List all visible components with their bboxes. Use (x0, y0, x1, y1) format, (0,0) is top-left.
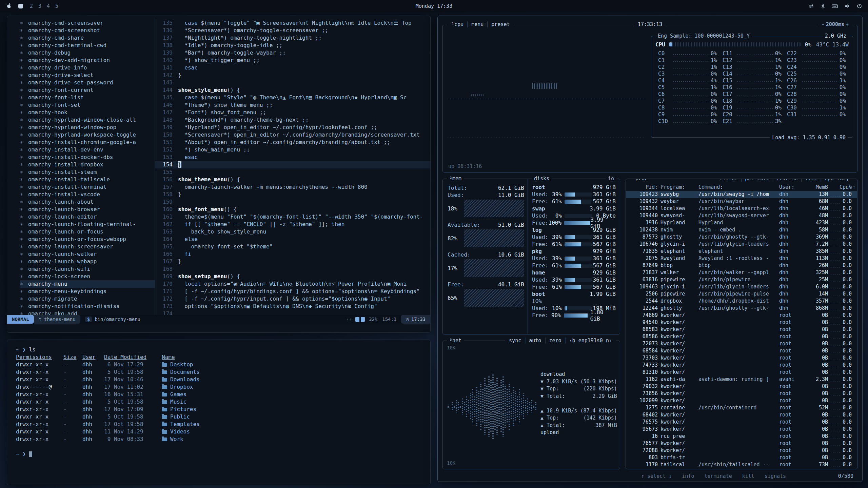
file-item[interactable]: ∗omarchy-notification-dismiss (20, 303, 155, 310)
process-options[interactable]: filter│per-core│reverse│tree│cpu lazy (716, 179, 852, 182)
file-item[interactable]: ∗omarchy-drive-select (20, 72, 155, 79)
code-line[interactable]: 142} (155, 72, 430, 79)
net-control-zero[interactable]: zero (549, 338, 561, 344)
file-item[interactable]: ∗omarchy-launch-browser (20, 206, 155, 213)
code-line[interactable]: 174 (155, 310, 430, 315)
file-item[interactable]: ∗omarchy-install-tailscale (20, 176, 155, 183)
process-row[interactable]: 803btrfs-trroot0B0.0 (626, 454, 857, 461)
process-row[interactable]: 109344localsea/usr/lib/localsearch-exdhh… (626, 205, 857, 212)
footer-info[interactable]: info (682, 473, 694, 479)
proc-option-tree[interactable]: tree (805, 179, 817, 182)
workspace-2[interactable]: 2 (30, 3, 33, 9)
code-line[interactable]: 140 *) show_trigger_menu ;; (155, 57, 430, 64)
file-item[interactable]: ∗omarchy-drive-set-password (20, 79, 155, 86)
workspace-1-active[interactable] (18, 4, 23, 8)
process-row[interactable]: 63816pipewire/usr/bin/pipewiredhh25M0.0 (626, 276, 857, 283)
process-row[interactable]: 76577kworker/root0B0.0 (626, 440, 857, 447)
file-item[interactable]: ∗omarchy-font-list (20, 94, 155, 101)
file-item[interactable]: ∗omarchy-migrate (20, 295, 155, 303)
file-item[interactable]: ∗omarchy-dev-add-migration (20, 57, 155, 64)
code-line[interactable]: 168 (155, 265, 430, 273)
code-line[interactable]: 169show_setup_menu() { (155, 273, 430, 280)
footer-select[interactable]: ↑ select ↓ (641, 473, 672, 479)
process-row[interactable]: 1170tailscal/usr/sbin/tailscaled --root7… (626, 461, 857, 468)
process-row[interactable]: 102438nvimnvim --embed .dhh58M0.0 (626, 226, 857, 233)
code-line[interactable]: 156show_theme_menu() { (155, 176, 430, 183)
code-line[interactable]: 147 *Font*) show_font_menu ;; (155, 109, 430, 116)
process-row[interactable]: 94540kworker/root0B0.0 (626, 319, 857, 326)
process-row[interactable]: 2544dropbox/home/dhh/.dropbox-distdhh357… (626, 298, 857, 305)
network-controls[interactable]: sync│auto│zero│‹b enp191s0 n› (505, 338, 616, 344)
process-row[interactable]: 2075XwaylandXwayland :1 -rootless -dhh11… (626, 255, 857, 262)
code-line[interactable]: 172 [ -f ~/.config/hypr/input.conf ] && … (155, 295, 430, 303)
bluetooth-icon[interactable] (821, 3, 825, 9)
footer-terminate[interactable]: terminate (704, 473, 732, 479)
process-row[interactable]: 68586kworker/root0B0.0 (626, 333, 857, 340)
vim-command-line[interactable] (7, 324, 430, 332)
process-row[interactable]: 76575kworker/root0B0.0 (626, 419, 857, 426)
file-item[interactable]: ∗omarchy-cmd-screenshot (20, 27, 155, 34)
process-row[interactable]: 68584kworker/root0B0.0 (626, 347, 857, 354)
git-branch[interactable]: ⌥themes-menu (34, 315, 80, 324)
file-item[interactable]: ∗omarchy-drive-info (20, 64, 155, 72)
file-item[interactable]: ∗omarchy-install-docker-dbs (20, 154, 155, 161)
code-line[interactable]: 136 *Screensaver*) omarchy-toggle-screen… (155, 27, 430, 34)
file-item[interactable]: ∗omarchy-launch-wifi (20, 265, 155, 273)
file-item[interactable]: ∗omarchy-launch-floating-terminal- (20, 221, 155, 228)
process-row[interactable]: 68583kworker/root0B0.0 (626, 326, 857, 333)
keyboard-icon[interactable] (832, 4, 838, 8)
proc-option-per-core[interactable]: per-core (745, 179, 769, 182)
code-line[interactable]: 161 theme=$(menu "Font" "$(omarchy-font-… (155, 213, 430, 221)
footer-signals[interactable]: signals (765, 473, 786, 479)
process-row[interactable]: 81310kworker/root0B0.0 (626, 369, 857, 376)
process-row[interactable]: 1916HyprlandHyprlanddhh423M0.0 (626, 219, 857, 226)
file-item[interactable]: ∗omarchy-hyprland-window-close-all (20, 116, 155, 124)
process-row[interactable]: 1275containe/usr/bin/containerdroot52M0.… (626, 404, 857, 411)
footer-kill[interactable]: kill (742, 473, 754, 479)
code-line[interactable]: 160show_font_menu() { (155, 206, 430, 213)
workspace-3[interactable]: 3 (38, 3, 41, 9)
network-arrows-icon[interactable] (808, 4, 814, 8)
process-row[interactable]: 109423swaybg/usr/bin/swaybg -i /homdhh13… (626, 191, 857, 198)
file-item[interactable]: ∗omarchy-debug (20, 49, 155, 57)
process-row[interactable]: 72088kworker/root0B0.0 (626, 447, 857, 454)
process-row[interactable]: 68402kworker/root0B0.0 (626, 411, 857, 419)
code-line[interactable]: 145 case $(menu "Style" "◍ Theme\n◮ Font… (155, 94, 430, 101)
file-item[interactable]: ∗omarchy-lock-screen (20, 273, 155, 280)
process-header[interactable]: Pid:Program:Command:User:MemBCpu% (626, 184, 857, 191)
file-item[interactable]: ∗omarchy-hook (20, 109, 155, 116)
disks-box-title[interactable]: disks (532, 176, 552, 182)
io-toggle[interactable]: io (606, 176, 616, 182)
process-row[interactable]: 73656kworker/root0B0.0 (626, 390, 857, 397)
net-control-b[interactable]: ‹b enp191s0 n› (569, 338, 612, 344)
code-line[interactable]: 163 back_to show_style_menu (155, 228, 430, 236)
process-row[interactable]: 109463glycin-i/usr/lib/glycin-loadersdhh… (626, 283, 857, 290)
file-item[interactable]: ∗omarchy-install-dropbox (20, 161, 155, 168)
process-row[interactable]: 109440swayosd-/usr/lib/swayosd-serverdhh… (626, 212, 857, 219)
scroll-up-icon[interactable]: ↑ (853, 184, 855, 190)
power-icon[interactable] (857, 3, 862, 9)
file-item[interactable]: ∗omarchy-cmd-share (20, 34, 155, 42)
file-item[interactable]: ∗omarchy-install-chromium-google-a (20, 139, 155, 146)
process-row[interactable]: 106746glycin-i/usr/lib/glycin-loadersdhh… (626, 241, 857, 248)
process-row[interactable]: 73703kworker/root0B0.0 (626, 354, 857, 362)
process-row[interactable]: 12244ghostty/usr/bin/ghostty --gtk-dhh86… (626, 305, 857, 312)
process-row[interactable]: 109432waybar/usr/bin/waybardhh68M0.0 (626, 198, 857, 205)
file-item[interactable]: ∗omarchy-menu-keybindings (20, 288, 155, 295)
file-item[interactable]: ∗omarchy-launch-screensaver (20, 243, 155, 250)
code-line[interactable]: 166 fi (155, 250, 430, 258)
process-row[interactable]: 71837walker/usr/bin/walker --gappldhh325… (626, 269, 857, 276)
code-line[interactable]: 144show_style_menu() { (155, 86, 430, 94)
code-line[interactable]: 170 local options="◉ Audio\n≋ Wifi\n◇ Bl… (155, 280, 430, 288)
proc-option-cpu-lazy[interactable]: cpu lazy (825, 179, 849, 182)
code-line[interactable]: 146 *Theme*) show_theme_menu ;; (155, 101, 430, 109)
code-line[interactable]: 151 *About*) open_in_editor ~/.config/om… (155, 139, 430, 146)
interval-decrease-button[interactable]: - (822, 21, 825, 27)
file-item[interactable]: ∗omarchy-install-terminal (20, 183, 155, 191)
interval-increase-button[interactable]: + (846, 21, 849, 27)
file-item[interactable]: ∗omarchy-font-current (20, 86, 155, 94)
code-editor[interactable]: 135 case $(menu "Toggle" "▣ Screensaver\… (155, 18, 430, 315)
btop-tab-preset[interactable]: preset (491, 21, 510, 27)
process-row[interactable]: 74733kworker/root0B0.0 (626, 362, 857, 369)
process-row[interactable]: 87649btopbtopdhh26M0.0 (626, 262, 857, 269)
